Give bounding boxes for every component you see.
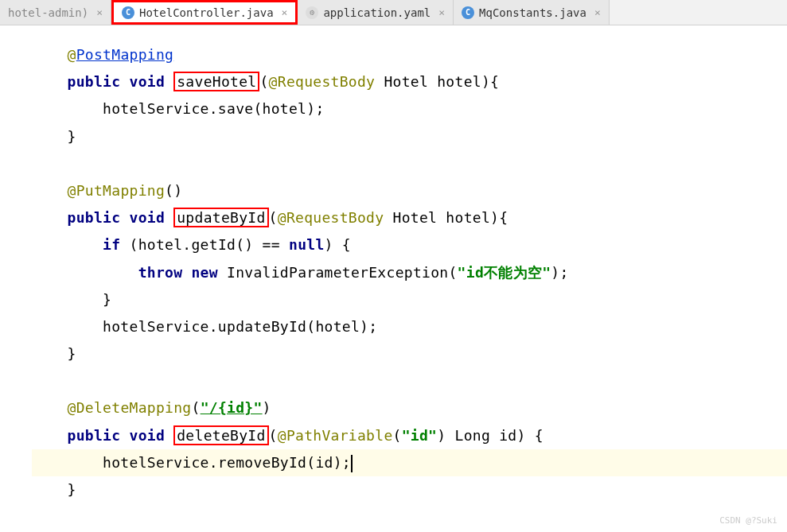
tab-application-yaml[interactable]: ⚙ application.yaml × <box>298 0 454 25</box>
tab-label: application.yaml <box>323 6 431 19</box>
tab-hotel-admin[interactable]: hotel-admin) × <box>0 0 111 25</box>
watermark: CSDN @?Suki <box>719 515 777 526</box>
tab-label: HotelController.java <box>139 6 274 19</box>
tab-hotel-controller[interactable]: C HotelController.java × <box>111 0 298 25</box>
method-highlight: updateById <box>173 208 268 227</box>
text-cursor <box>351 455 353 472</box>
code-line: public void deleteById(@PathVariable("id… <box>32 422 787 449</box>
code-line: } <box>32 286 787 313</box>
code-line <box>32 367 787 394</box>
close-icon[interactable]: × <box>594 6 601 18</box>
code-line: } <box>32 340 787 367</box>
code-line: } <box>32 476 787 503</box>
code-line: @PostMapping <box>32 41 787 68</box>
code-line: hotelService.updateById(hotel); <box>32 313 787 340</box>
close-icon[interactable]: × <box>438 6 445 18</box>
code-line: @DeleteMapping("/{id}") <box>32 394 787 421</box>
java-file-icon: C <box>122 6 134 19</box>
code-line: } <box>32 123 787 150</box>
code-line: public void saveHotel(@RequestBody Hotel… <box>32 68 787 95</box>
code-line: if (hotel.getId() == null) { <box>32 231 787 258</box>
tab-label: MqConstants.java <box>479 6 586 19</box>
java-file-icon: C <box>462 6 474 19</box>
method-highlight: saveHotel <box>173 72 259 91</box>
code-line: public void updateById(@RequestBody Hote… <box>32 204 787 231</box>
close-icon[interactable]: × <box>282 6 288 18</box>
method-highlight: deleteById <box>173 425 268 445</box>
code-line: throw new InvalidParameterException("id不… <box>32 259 787 286</box>
close-icon[interactable]: × <box>96 6 103 18</box>
yaml-file-icon: ⚙ <box>306 6 318 19</box>
tab-label: hotel-admin) <box>8 6 88 19</box>
code-line <box>32 150 787 177</box>
code-line-current: hotelService.removeById(id); <box>32 449 787 476</box>
tab-mq-constants[interactable]: C MqConstants.java × <box>454 0 610 25</box>
editor-tabs: hotel-admin) × C HotelController.java × … <box>0 0 787 25</box>
code-editor[interactable]: @PostMapping public void saveHotel(@Requ… <box>0 25 787 503</box>
code-line: hotelService.save(hotel); <box>32 95 787 122</box>
code-line: @PutMapping() <box>32 177 787 204</box>
